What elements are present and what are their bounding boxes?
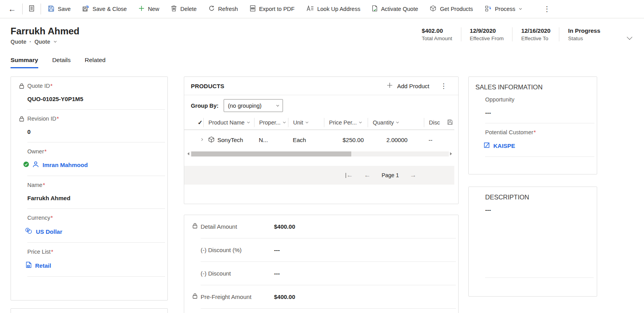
save-and-close-button[interactable]: Save & Close xyxy=(76,0,133,18)
process-button[interactable]: Process xyxy=(479,0,527,18)
lock-icon xyxy=(192,293,197,301)
currency-value: $ US Dollar xyxy=(25,228,162,242)
new-label: New xyxy=(148,6,159,12)
quantity-cell: 2.00000 xyxy=(368,135,424,145)
required-marker: * xyxy=(51,215,53,221)
required-marker: * xyxy=(534,129,536,135)
row-divider xyxy=(201,308,456,309)
scrollbar-thumb[interactable] xyxy=(191,151,351,156)
form-selector[interactable]: Quote xyxy=(34,39,50,45)
opportunity-value[interactable]: --- xyxy=(485,109,591,123)
stat-effective-from[interactable]: 12/9/2020 Effective From xyxy=(461,27,513,41)
price-list-link[interactable]: Retail xyxy=(35,262,51,269)
export-pdf-button[interactable]: PDF Export to PDF xyxy=(244,0,301,18)
group-by-label: Group By: xyxy=(191,103,219,109)
chevron-down-icon[interactable] xyxy=(54,40,57,43)
column-product-name[interactable]: Product Name xyxy=(203,118,254,127)
get-products-button[interactable]: Get Products xyxy=(424,0,479,18)
form-icon-button[interactable] xyxy=(24,0,39,18)
product-name-cell: SonyTech xyxy=(203,135,254,145)
field-currency: Currency* $ US Dollar xyxy=(11,209,167,242)
row-pre-freight-amount: Pre-Freight Amount $400.00 xyxy=(184,285,458,308)
field-divider xyxy=(485,156,594,157)
total-label: Detail Amount xyxy=(201,223,274,230)
export-pdf-label: Export to PDF xyxy=(259,6,295,12)
more-commands-button[interactable]: ⋮ xyxy=(538,0,555,18)
grid-save-icon[interactable] xyxy=(447,119,453,126)
column-quantity[interactable]: Quantity xyxy=(368,118,424,127)
pre-freight-amount-value: $400.00 xyxy=(274,293,295,300)
tab-details[interactable]: Details xyxy=(52,57,71,68)
product-cube-icon xyxy=(208,136,215,144)
svg-text:PDF: PDF xyxy=(251,8,254,9)
field-price-list: Price List* Retail xyxy=(11,243,167,276)
stat-total-amount: $402.00 Total Amount xyxy=(413,27,461,41)
select-all-icon: ✓ xyxy=(197,119,203,126)
select-all-checkbox[interactable]: ✓ xyxy=(192,118,203,127)
row-discount-percent: (-) Discount (%) --- xyxy=(184,238,458,261)
field-quote-id: Quote ID* QUO-01025-Y0P1M5 xyxy=(11,77,167,109)
page-indicator: Page 1 xyxy=(382,172,399,178)
save-button[interactable]: Save xyxy=(42,0,76,18)
refresh-icon xyxy=(208,5,215,13)
sales-information-title: SALES INFORMATION xyxy=(469,77,597,92)
products-more-button[interactable]: ⋮ xyxy=(440,82,447,90)
refresh-label: Refresh xyxy=(218,6,238,12)
product-row[interactable]: SonyTech N... Each $250.00 2.00000 -- xyxy=(184,130,454,150)
required-marker: * xyxy=(51,249,53,255)
required-marker: * xyxy=(57,116,59,122)
cube-icon xyxy=(430,5,436,13)
required-marker: * xyxy=(43,182,45,188)
add-product-label: Add Product xyxy=(397,83,429,89)
add-product-button[interactable]: Add Product xyxy=(387,82,429,89)
next-page-button[interactable]: → xyxy=(410,171,416,179)
chevron-down-icon xyxy=(276,103,279,106)
lookup-address-button[interactable]: Look Up Address xyxy=(301,0,366,18)
group-by-select[interactable]: (no grouping) xyxy=(224,99,283,112)
header-expand-button[interactable] xyxy=(628,34,632,41)
tab-related[interactable]: Related xyxy=(85,57,105,68)
chevron-down-icon xyxy=(396,121,399,123)
row-expand-toggle[interactable] xyxy=(192,135,203,145)
column-unit[interactable]: Unit xyxy=(288,118,324,127)
column-discount[interactable]: Disc xyxy=(424,118,447,127)
product-name-link[interactable]: SonyTech xyxy=(217,137,243,143)
trash-icon xyxy=(171,5,177,13)
back-button[interactable]: ← xyxy=(3,0,21,18)
activate-quote-button[interactable]: Activate Quote xyxy=(366,0,424,18)
save-label: Save xyxy=(58,6,71,12)
first-page-icon: ← xyxy=(347,171,353,179)
discount-percent-value[interactable]: --- xyxy=(274,247,280,253)
entity-label: Quote xyxy=(11,39,26,45)
discount-value[interactable]: --- xyxy=(274,270,280,277)
pdf-icon: PDF xyxy=(250,5,256,13)
stat-value: 12/16/2020 xyxy=(521,27,550,34)
presence-available-icon xyxy=(23,162,29,168)
column-price-per[interactable]: Price Per... xyxy=(324,118,368,127)
horizontal-scrollbar[interactable] xyxy=(187,151,452,156)
field-name: Name* Farrukh Ahmed xyxy=(11,176,167,208)
first-page-bar xyxy=(345,173,346,178)
name-value[interactable]: Farrukh Ahmed xyxy=(27,195,162,208)
scrollbar-track[interactable] xyxy=(190,151,449,156)
refresh-button[interactable]: Refresh xyxy=(203,0,244,18)
currency-link[interactable]: US Dollar xyxy=(36,228,62,235)
first-page-button[interactable]: ← xyxy=(345,171,353,179)
stat-effective-to[interactable]: 12/16/2020 Effective To xyxy=(512,27,559,41)
description-value[interactable]: --- xyxy=(469,201,597,213)
delete-button[interactable]: Delete xyxy=(165,0,203,18)
grid-footer: ← ← Page 1 → xyxy=(184,166,454,185)
potential-customer-link[interactable]: KAISPE xyxy=(493,142,515,149)
currency-icon: $ xyxy=(25,228,32,235)
field-label: Currency* xyxy=(27,215,162,221)
sales-information-card: SALES INFORMATION Opportunity --- Potent… xyxy=(468,76,597,174)
owner-link[interactable]: Imran Mahmood xyxy=(43,162,88,168)
previous-page-button[interactable]: ← xyxy=(364,171,371,179)
scroll-right-icon[interactable] xyxy=(450,152,452,155)
tab-summary[interactable]: Summary xyxy=(11,57,38,68)
new-button[interactable]: New xyxy=(133,0,165,18)
total-label: Pre-Freight Amount xyxy=(201,293,274,300)
stat-status: In Progress Status xyxy=(559,27,609,41)
column-properties[interactable]: Proper... xyxy=(254,118,288,127)
scroll-left-icon[interactable] xyxy=(187,152,189,155)
